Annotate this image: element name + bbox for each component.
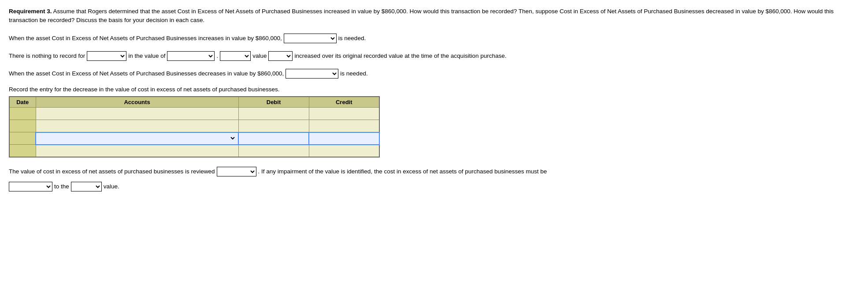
header-debit: Debit [238,97,309,108]
header-accounts: Accounts [36,97,238,108]
requirement-text: Assume that Rogers determined that the a… [9,8,834,23]
credit-cell-4[interactable] [309,145,379,157]
bottom-select3[interactable]: fair book market [71,182,102,191]
sentence2-part2: in the value of [128,51,165,61]
date-cell-2 [9,120,36,132]
debit-cell-4[interactable] [238,145,309,157]
debit-input-1[interactable] [240,110,308,117]
accounts-select-3[interactable]: Loss on Impairment Cost in Excess of Net… [38,135,236,142]
credit-input-2[interactable] [311,122,378,130]
sentence2-row: There is nothing to record for increases… [9,51,859,61]
bottom-sentence2-part2: value. [104,181,119,192]
sentence2-select2[interactable]: goodwill cost in excess [167,51,215,61]
bottom-section: The value of cost in excess of net asset… [9,166,859,192]
bottom-sentence2-part1: to the [54,181,69,192]
bottom-row2: written down written up to the fair book… [9,181,859,192]
sentence2-part4: value [252,51,267,61]
debit-cell-2[interactable] [238,120,309,132]
bottom-select1[interactable]: annually quarterly monthly [217,167,256,176]
sentence2-select3[interactable]: the a [220,51,251,61]
bottom-select2[interactable]: written down written up [9,182,52,191]
debit-input-2[interactable] [240,122,308,130]
sentence3-after: is needed. [340,68,367,79]
bottom-sentence1-after: . If any impairment of the value is iden… [258,166,547,177]
table-header-row: Date Accounts Debit Credit [9,97,379,108]
requirement-number: Requirement 3. [9,8,52,15]
sentence1-row: When the asset Cost in Excess of Net Ass… [9,33,859,44]
header-credit: Credit [309,97,379,108]
table-row [9,120,379,132]
requirement-paragraph: Requirement 3. Assume that Rogers determ… [9,7,846,25]
bottom-row1: The value of cost in excess of net asset… [9,166,859,177]
table-row [9,145,379,157]
sentence2-part1: There is nothing to record for [9,51,85,61]
accounts-cell-4[interactable] [36,145,238,157]
date-cell-1 [9,108,36,120]
credit-cell-2[interactable] [309,120,379,132]
table-row [9,108,379,120]
accounts-cell-1[interactable] [36,108,238,120]
sentence2-select1[interactable]: increases decreases [87,51,126,61]
sentence2-part5: increased over its original recorded val… [294,51,506,61]
date-cell-3 [9,132,36,145]
sentence1-before: When the asset Cost in Excess of Net Ass… [9,33,282,44]
debit-input-4[interactable] [240,147,308,154]
table-row-focused: Loss on Impairment Cost in Excess of Net… [9,132,379,145]
sentence3-row: When the asset Cost in Excess of Net Ass… [9,68,859,79]
sentence2-part3: . [216,51,218,61]
accounts-cell-3[interactable]: Loss on Impairment Cost in Excess of Net… [36,132,238,145]
sentence3-select[interactable]: no entry an entry [286,69,338,79]
accounts-input-4[interactable] [38,147,237,154]
credit-cell-3[interactable] [309,132,379,145]
accounts-input-2[interactable] [38,122,237,130]
table-label: Record the entry for the decrease in the… [9,86,859,93]
credit-input-4[interactable] [311,147,378,154]
sentence3-before: When the asset Cost in Excess of Net Ass… [9,68,284,79]
credit-cell-1[interactable] [309,108,379,120]
header-date: Date [9,97,36,108]
sentence1-select[interactable]: no entry an entry [284,34,337,43]
journal-table: Date Accounts Debit Credit [9,96,380,158]
debit-cell-3[interactable] [238,132,309,145]
accounts-input-1[interactable] [38,110,237,117]
sentence1-after: is needed. [338,33,366,44]
accounts-cell-2[interactable] [36,120,238,132]
debit-cell-1[interactable] [238,108,309,120]
credit-input-1[interactable] [311,110,378,117]
journal-entry-section: Record the entry for the decrease in the… [9,86,859,158]
date-cell-4 [9,145,36,157]
accounts-select-wrapper: Loss on Impairment Cost in Excess of Net… [38,135,236,142]
bottom-sentence1-before: The value of cost in excess of net asset… [9,166,215,177]
debit-input-3[interactable] [240,135,307,142]
credit-input-3[interactable] [311,135,378,142]
sentence2-select4[interactable]: has had [268,51,293,61]
